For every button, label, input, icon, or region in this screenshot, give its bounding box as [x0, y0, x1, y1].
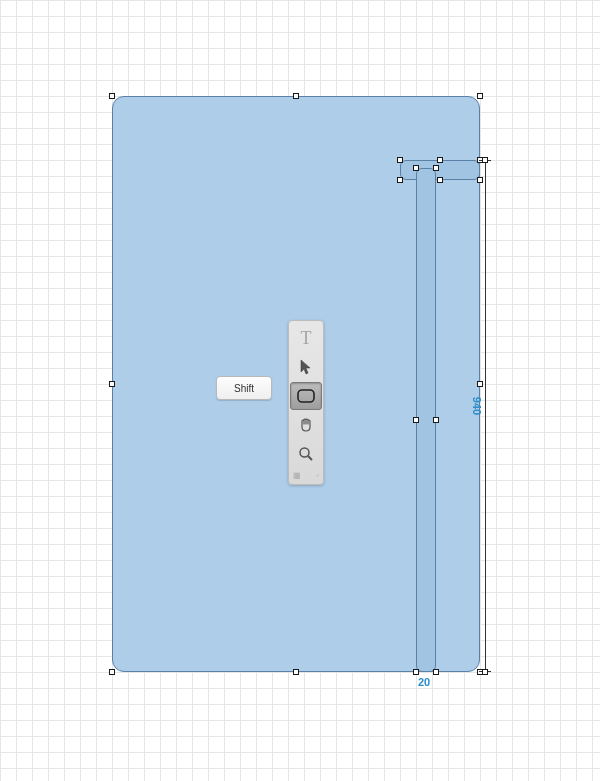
selection-handle[interactable] [109, 93, 115, 99]
rounded-rect-icon [297, 389, 315, 403]
selection-handle[interactable] [109, 669, 115, 675]
selection-handle[interactable] [437, 177, 443, 183]
dimension-handle[interactable] [482, 669, 488, 675]
selection-handle[interactable] [477, 93, 483, 99]
dimension-height-value: 940 [471, 397, 483, 415]
drawing-canvas[interactable]: 940 20 Shift T [0, 0, 600, 781]
selection-handle[interactable] [433, 669, 439, 675]
dimension-handle[interactable] [482, 157, 488, 163]
selection-handle[interactable] [437, 157, 443, 163]
svg-rect-0 [298, 390, 314, 402]
dimension-width-value: 20 [418, 676, 430, 688]
rounded-rect-tool[interactable] [290, 382, 322, 410]
selection-handle[interactable] [397, 157, 403, 163]
pointer-icon [299, 359, 313, 375]
selection-handle[interactable] [109, 381, 115, 387]
selection-handle[interactable] [413, 417, 419, 423]
text-tool[interactable]: T [290, 324, 322, 352]
selection-handle[interactable] [433, 417, 439, 423]
footer-dot-icon: ▦ [293, 471, 301, 480]
footer-dot-icon: ▫ [316, 471, 319, 480]
selection-handle[interactable] [413, 669, 419, 675]
zoom-tool[interactable] [290, 440, 322, 468]
tool-palette[interactable]: T ▦ ▫ [288, 320, 324, 485]
pointer-tool[interactable] [290, 353, 322, 381]
shift-key-label: Shift [234, 383, 254, 394]
hand-icon [298, 417, 314, 433]
magnifier-icon [298, 446, 314, 462]
selection-handle[interactable] [477, 177, 483, 183]
shift-key-hint: Shift [216, 376, 272, 400]
selection-handle[interactable] [293, 93, 299, 99]
selection-handle[interactable] [413, 165, 419, 171]
dimension-height-line [485, 160, 486, 672]
selection-handle[interactable] [397, 177, 403, 183]
svg-line-2 [308, 456, 312, 460]
svg-point-1 [300, 448, 309, 457]
text-tool-icon: T [301, 328, 312, 349]
hand-tool[interactable] [290, 411, 322, 439]
selection-handle[interactable] [477, 381, 483, 387]
tool-palette-footer: ▦ ▫ [289, 469, 323, 482]
selection-handle[interactable] [293, 669, 299, 675]
selection-handle[interactable] [433, 165, 439, 171]
